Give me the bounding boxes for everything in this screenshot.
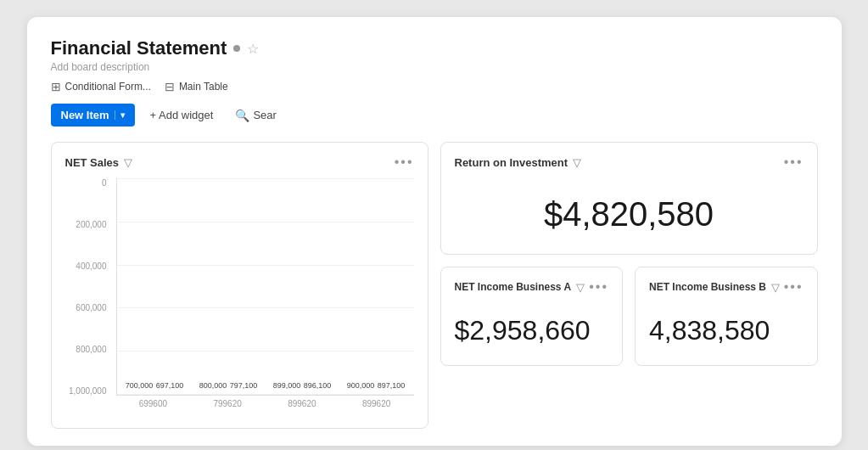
grid-line-600k xyxy=(117,265,414,266)
bar-label-yellow-4: 897,100 xyxy=(378,381,406,390)
search-icon: 🔍 xyxy=(235,109,249,122)
grid-line-1000k xyxy=(117,178,414,179)
roi-more-icon[interactable]: ••• xyxy=(784,155,804,170)
favorite-star-icon[interactable]: ☆ xyxy=(247,41,259,57)
net-income-b-value: 4,838,580 xyxy=(649,303,804,353)
y-axis: 1,000,000 800,000 600,000 400,000 200,00… xyxy=(65,178,112,396)
bar-label-blue-1: 700,000 xyxy=(126,381,154,390)
net-income-b-widget: NET Income Business B ▽ ••• 4,838,580 xyxy=(635,267,818,366)
page-header: Financial Statement ☆ xyxy=(51,37,818,59)
view-main-table-label: Main Table xyxy=(179,81,228,93)
grid-lines xyxy=(117,178,414,395)
bar-label-yellow-3: 896,100 xyxy=(304,381,332,390)
net-sales-title-row: NET Sales ▽ xyxy=(65,156,133,169)
y-label-600000: 600,000 xyxy=(65,303,112,312)
main-card: Financial Statement ☆ Add board descript… xyxy=(27,17,842,446)
roi-header: Return on Investment ▽ ••• xyxy=(455,155,804,170)
chart-inner: 700,000 697,100 800,000 xyxy=(116,178,414,416)
y-label-400000: 400,000 xyxy=(65,262,112,271)
net-income-a-filter-icon[interactable]: ▽ xyxy=(576,281,585,294)
bars-container: 700,000 697,100 800,000 xyxy=(116,178,414,396)
net-sales-widget: NET Sales ▽ ••• 1,000,000 800,000 600,00… xyxy=(51,142,428,429)
x-axis: 699600 799620 899620 899620 xyxy=(116,399,414,408)
bar-label-yellow-2: 797,100 xyxy=(230,381,258,390)
roi-title: Return on Investment xyxy=(455,156,568,169)
x-label-4: 899620 xyxy=(339,399,414,408)
x-label-1: 699600 xyxy=(116,399,191,408)
grid-line-0 xyxy=(117,394,414,395)
x-label-3: 899620 xyxy=(265,399,339,408)
roi-value: $4,820,580 xyxy=(455,178,804,242)
grid-line-200k xyxy=(117,351,414,352)
net-income-a-header: NET Income Business A ▽ ••• xyxy=(455,279,609,295)
grid-line-400k xyxy=(117,307,414,308)
board-description[interactable]: Add board description xyxy=(51,61,818,73)
net-sales-filter-icon[interactable]: ▽ xyxy=(124,156,132,169)
add-widget-label: + Add widget xyxy=(150,109,214,121)
search-label: Sear xyxy=(253,109,276,121)
net-sales-more-icon[interactable]: ••• xyxy=(395,155,414,170)
net-sales-chart: 1,000,000 800,000 600,000 400,000 200,00… xyxy=(65,178,414,416)
net-income-b-title-row: NET Income Business B ▽ xyxy=(649,281,780,294)
net-income-a-more-icon[interactable]: ••• xyxy=(589,279,608,295)
y-label-0: 0 xyxy=(65,178,112,188)
grid-line-800k xyxy=(117,222,414,222)
bar-label-yellow-1: 697,100 xyxy=(156,381,184,390)
roi-title-row: Return on Investment ▽ xyxy=(455,156,582,169)
view-main-table[interactable]: ⊟ Main Table xyxy=(165,80,228,93)
y-label-800000: 800,000 xyxy=(65,345,112,354)
net-income-a-value: $2,958,660 xyxy=(455,303,609,353)
new-item-dropdown-icon[interactable]: ▾ xyxy=(115,110,125,120)
roi-widget: Return on Investment ▽ ••• $4,820,580 xyxy=(440,142,818,255)
net-income-b-header: NET Income Business B ▽ ••• xyxy=(649,279,804,295)
search-button[interactable]: 🔍 Sear xyxy=(228,104,283,127)
bar-label-blue-4: 900,000 xyxy=(347,381,375,390)
status-dot-icon xyxy=(233,45,240,52)
x-label-2: 799620 xyxy=(190,399,265,408)
net-income-b-title: NET Income Business B xyxy=(649,281,766,293)
net-income-a-title: NET Income Business A xyxy=(455,281,572,293)
y-label-1000000: 1,000,000 xyxy=(65,386,112,396)
net-income-a-widget: NET Income Business A ▽ ••• $2,958,660 xyxy=(440,267,624,366)
page-title: Financial Statement xyxy=(51,37,227,59)
roi-filter-icon[interactable]: ▽ xyxy=(573,156,581,169)
new-item-label: New Item xyxy=(61,109,109,121)
bottom-widgets: NET Income Business A ▽ ••• $2,958,660 N… xyxy=(440,267,818,366)
net-sales-header: NET Sales ▽ ••• xyxy=(65,155,414,170)
y-label-200000: 200,000 xyxy=(65,220,112,229)
dashboard: NET Sales ▽ ••• 1,000,000 800,000 600,00… xyxy=(51,142,818,429)
new-item-button[interactable]: New Item ▾ xyxy=(51,104,135,127)
bar-label-blue-3: 899,000 xyxy=(273,381,301,390)
net-income-b-more-icon[interactable]: ••• xyxy=(784,279,804,295)
add-widget-button[interactable]: + Add widget xyxy=(143,104,221,126)
table-form-icon: ⊞ xyxy=(51,80,61,93)
net-income-a-title-row: NET Income Business A ▽ xyxy=(455,281,585,294)
net-sales-title: NET Sales xyxy=(65,156,120,169)
view-conditional-form[interactable]: ⊞ Conditional Form... xyxy=(51,80,151,93)
toolbar: New Item ▾ + Add widget 🔍 Sear xyxy=(51,104,818,127)
table-grid-icon: ⊟ xyxy=(165,80,175,93)
bar-label-blue-2: 800,000 xyxy=(199,381,227,390)
net-income-b-filter-icon[interactable]: ▽ xyxy=(771,281,780,294)
view-conditional-form-label: Conditional Form... xyxy=(65,81,151,93)
right-column: Return on Investment ▽ ••• $4,820,580 NE… xyxy=(440,142,818,366)
views-row: ⊞ Conditional Form... ⊟ Main Table xyxy=(51,80,818,93)
